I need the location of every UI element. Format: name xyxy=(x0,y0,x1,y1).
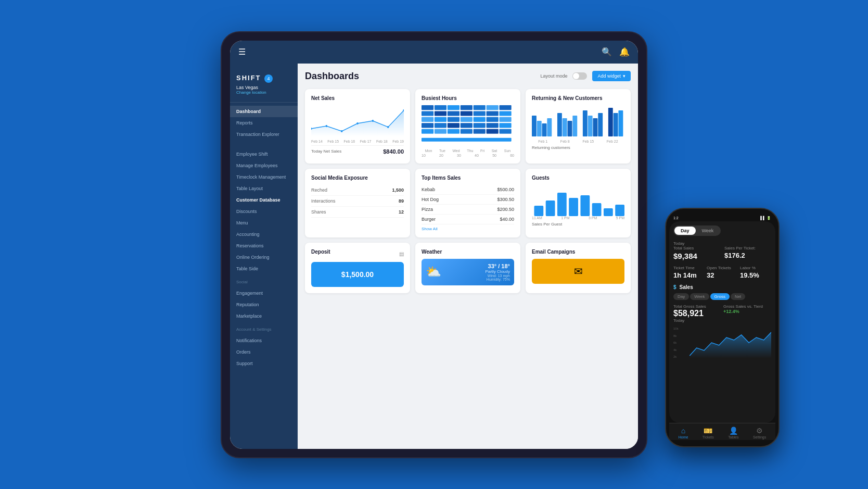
guests-chart xyxy=(532,185,624,216)
weather-block: ⛅ 33° / 18° Partly Cloudy Wind: 13 mph H… xyxy=(422,259,514,285)
sales-net-btn[interactable]: Net xyxy=(731,293,745,300)
sidebar-item-manage-employees[interactable]: Manage Employees xyxy=(230,160,298,171)
widget-deposit: Deposit ▤ $1,500.00 xyxy=(305,243,410,293)
gross-change-label: Gross Sales vs. Tierd xyxy=(723,304,771,309)
today-net-sales-label: Today Net Sales xyxy=(311,149,341,154)
sidebar-item-reputation[interactable]: Reputation xyxy=(230,299,298,310)
sidebar-item-online-ordering[interactable]: Online Ordering xyxy=(230,252,298,263)
today-net-sales-value: $840.00 xyxy=(383,148,404,155)
svg-rect-8 xyxy=(422,105,433,110)
widget-weather-title: Weather xyxy=(422,249,514,255)
items-row-burger: Burger $40.00 xyxy=(422,215,514,224)
sidebar-item-notifications[interactable]: Notifications xyxy=(230,335,298,346)
bell-icon[interactable]: 🔔 xyxy=(619,47,630,57)
hamburger-icon[interactable]: ☰ xyxy=(238,47,246,57)
svg-rect-58 xyxy=(618,110,623,136)
sidebar-item-reservations[interactable]: Reservations xyxy=(230,240,298,252)
labor-value: 19.5% xyxy=(740,271,771,279)
sidebar-item-transaction-explorer[interactable]: Transaction Explorer xyxy=(230,129,298,140)
sales-day-btn[interactable]: Day xyxy=(673,293,689,300)
widget-social-media: Social Media Exposure Reched 1,500 Inter… xyxy=(305,169,410,237)
svg-rect-43 xyxy=(422,137,512,141)
social-row-interactions: Interactions 89 xyxy=(311,196,404,207)
tickets-icon: 🎫 xyxy=(704,427,712,435)
logo-text: SHIFT xyxy=(236,74,261,82)
widget-net-sales-title: Net Sales xyxy=(311,95,404,101)
svg-point-4 xyxy=(356,122,359,124)
sales-week-btn[interactable]: Week xyxy=(690,293,709,300)
svg-rect-18 xyxy=(461,111,473,116)
email-campaigns-block: ✉ xyxy=(532,259,624,284)
location-name: Las Vegas xyxy=(236,85,291,90)
social-row-shares: Shares 12 xyxy=(311,207,404,218)
social-row-reached: Reched 1,500 xyxy=(311,185,404,196)
sidebar-item-dashboard[interactable]: Dashboard xyxy=(230,106,298,117)
sidebar-item-table-side[interactable]: Table Side xyxy=(230,263,298,274)
svg-rect-56 xyxy=(608,108,613,136)
week-button[interactable]: Week xyxy=(696,227,720,235)
svg-rect-23 xyxy=(435,117,446,121)
svg-rect-24 xyxy=(448,117,459,121)
phone-content: Day Week Today Total Sales $9,384 Sales … xyxy=(669,221,775,423)
widget-weather: Weather ⛅ 33° / 18° Partly Cloudy Wind: … xyxy=(415,243,520,293)
sidebar-item-engagement[interactable]: Engagement xyxy=(230,287,298,299)
dollar-badge: $ xyxy=(673,284,676,290)
svg-rect-52 xyxy=(583,110,588,136)
svg-rect-20 xyxy=(487,111,499,116)
deposit-menu-icon[interactable]: ▤ xyxy=(399,251,404,257)
sidebar-item-customer-db[interactable]: Customer Database xyxy=(230,194,298,206)
widget-net-sales: Net Sales xyxy=(305,89,410,164)
svg-rect-35 xyxy=(500,123,512,128)
sidebar-item-marketplace[interactable]: Marketplace xyxy=(230,310,298,322)
sidebar-item-orders[interactable]: Orders xyxy=(230,346,298,358)
change-location-link[interactable]: Change location xyxy=(236,90,291,95)
phone-time: 1:2 xyxy=(673,216,679,220)
add-widget-button[interactable]: Add widget ▾ xyxy=(592,71,631,81)
svg-rect-34 xyxy=(487,123,499,128)
weather-temp: 33° / 18° xyxy=(485,263,510,269)
ticket-stats-row: Ticket Time 1h 14m Open Tickets 32 Labor… xyxy=(673,266,771,279)
svg-rect-32 xyxy=(461,123,473,128)
dashboard-content: Dashboards Layout mode Add widget ▾ xyxy=(298,64,638,449)
page-title: Dashboards xyxy=(305,71,359,82)
sales-chart: 10k8k6k4k2k xyxy=(673,327,771,358)
widget-guests-title: Guests xyxy=(532,175,624,181)
sidebar-item-menu[interactable]: Menu xyxy=(230,217,298,229)
widget-deposit-title: Deposit xyxy=(311,249,330,255)
svg-rect-66 xyxy=(615,205,624,216)
svg-rect-10 xyxy=(448,105,459,110)
sidebar-item-reports[interactable]: Reports xyxy=(230,117,298,129)
sales-gross-btn[interactable]: Gross xyxy=(710,293,730,300)
svg-rect-48 xyxy=(557,113,562,136)
layout-mode-toggle[interactable] xyxy=(572,72,587,80)
today-label: Today xyxy=(673,241,771,246)
today-stats-grid: Total Sales $9,384 Sales Per Ticket: $17… xyxy=(673,246,771,260)
nav-tables[interactable]: 👤 Tables xyxy=(728,427,738,439)
sidebar-item-accounting[interactable]: Accounting xyxy=(230,229,298,240)
svg-point-5 xyxy=(372,120,374,122)
svg-rect-53 xyxy=(588,116,593,136)
phone-notch xyxy=(707,209,738,216)
svg-rect-55 xyxy=(598,113,603,136)
svg-rect-41 xyxy=(487,129,499,133)
phone-signal: ▌▌ 🔋 xyxy=(760,216,771,220)
svg-rect-9 xyxy=(435,105,446,110)
svg-rect-42 xyxy=(500,129,512,133)
svg-point-6 xyxy=(387,126,389,128)
svg-rect-60 xyxy=(546,200,555,216)
sidebar-item-support[interactable]: Support xyxy=(230,358,298,369)
svg-marker-67 xyxy=(690,332,771,358)
show-all-link[interactable]: Show All xyxy=(422,227,514,231)
sidebar-item-employee-shift[interactable]: Employee Shift xyxy=(230,148,298,160)
widget-top-items-title: Top Items Sales xyxy=(422,175,514,181)
day-week-toggle: Day Week xyxy=(673,225,721,236)
nav-home[interactable]: ⌂ Home xyxy=(679,427,688,439)
svg-rect-25 xyxy=(461,117,473,121)
nav-settings[interactable]: ⚙ Settings xyxy=(753,427,766,439)
sidebar-item-discounts[interactable]: Discounts xyxy=(230,206,298,217)
nav-tickets[interactable]: 🎫 Tickets xyxy=(703,427,714,439)
day-button[interactable]: Day xyxy=(674,227,696,235)
search-icon[interactable]: 🔍 xyxy=(602,47,612,57)
sidebar-item-timeclock[interactable]: Timeclock Management xyxy=(230,171,298,183)
sidebar-item-table-layout[interactable]: Table Layout xyxy=(230,183,298,194)
